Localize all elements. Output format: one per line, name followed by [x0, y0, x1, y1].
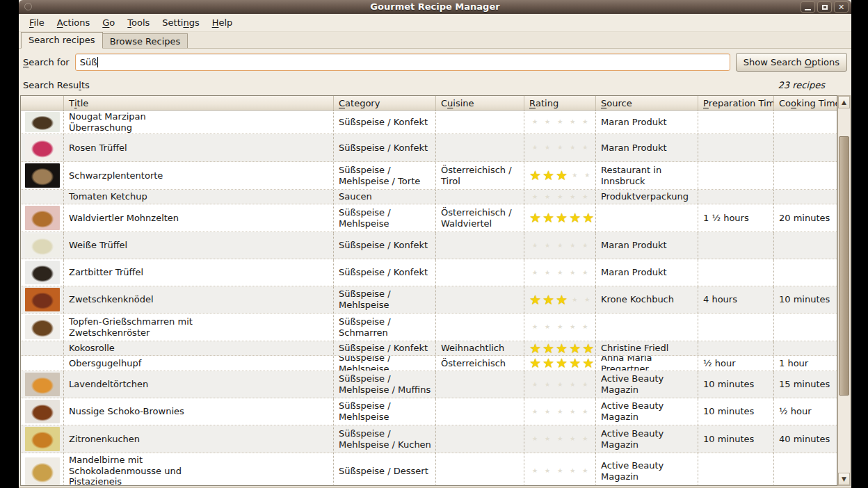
minimize-button[interactable]: [801, 1, 815, 13]
column-header-category[interactable]: Category: [334, 96, 436, 110]
table-row[interactable]: ObersgugelhupfSüßspeise / MehlspeiseÖste…: [21, 356, 837, 371]
title-cell: Kokosrolle: [64, 341, 334, 355]
recipe-thumbnail: [25, 234, 60, 257]
title-text: Nussige Schoko-Brownies: [69, 406, 184, 417]
column-header-source[interactable]: Source: [596, 96, 698, 110]
show-search-options-button[interactable]: Show Search Options: [736, 53, 847, 72]
search-input[interactable]: Süß: [75, 54, 730, 71]
star-filled-icon: ★: [529, 211, 541, 225]
table-row[interactable]: SchwarzplententorteSüßspeise / Mehlspeis…: [21, 162, 837, 190]
title-cell: Tomaten Ketchup: [64, 190, 334, 204]
menu-item-tools[interactable]: Tools: [121, 15, 156, 31]
text-caret: [97, 57, 98, 67]
table-row[interactable]: Topfen-Grießschmarren mit Zwetschkenröst…: [21, 314, 837, 341]
source-text: Christine Friedl: [601, 343, 668, 354]
category-text: Süßspeise / Konfekt: [339, 143, 428, 154]
recipe-thumbnail: [25, 400, 60, 423]
table-row[interactable]: Nougat Marzipan ÜberraschungSüßspeise / …: [21, 111, 837, 134]
star-empty-icon: ★: [572, 172, 577, 179]
cuisine-cell: [436, 286, 524, 313]
category-text: Süßspeise / Mehlspeise: [339, 400, 435, 423]
scroll-up-icon[interactable]: ▲: [838, 96, 850, 108]
thumbnail-cell: [21, 286, 64, 313]
thumbnail-cell: [21, 134, 64, 161]
column-header-cook[interactable]: Cooking Time: [774, 96, 837, 110]
category-cell: Süßspeise / Konfekt: [334, 134, 436, 161]
search-row: Search for Süß Show Search Options: [23, 53, 847, 72]
search-results-label: Search Results: [23, 80, 90, 90]
scroll-down-icon[interactable]: ▼: [838, 473, 850, 485]
star-empty-icon: ★: [584, 172, 590, 179]
menu-item-go[interactable]: Go: [96, 15, 121, 31]
column-header-title[interactable]: Title: [64, 96, 334, 110]
star-empty-icon: ★: [570, 145, 575, 151]
recipe-thumbnail: [25, 373, 60, 396]
table-header-row: TitleCategoryCuisineRatingSourcePreparat…: [21, 96, 837, 111]
column-header-rating[interactable]: Rating: [524, 96, 596, 110]
column-header-thumb[interactable]: [21, 96, 64, 110]
menu-item-settings[interactable]: Settings: [156, 15, 205, 31]
star-filled-icon: ★: [582, 211, 594, 225]
title-text: Waldviertler Mohnzelten: [69, 213, 179, 224]
cuisine-cell: [436, 371, 524, 398]
category-cell: Süßspeise / Mehlspeise: [334, 204, 436, 231]
tab-browse-recipes[interactable]: Browse Recipes: [102, 33, 188, 48]
table-row[interactable]: Nussige Schoko-BrowniesSüßspeise / Mehls…: [21, 398, 837, 425]
category-text: Süßspeise / Mehlspeise / Torte: [339, 165, 420, 187]
table-row[interactable]: Zartbitter TrüffelSüßspeise / Konfekt★★★…: [21, 259, 837, 286]
thumbnail-cell: [21, 314, 64, 341]
vertical-scrollbar[interactable]: ▲ ▼: [837, 95, 851, 486]
cook-text: 1 hour: [779, 358, 808, 369]
recipe-thumbnail: [25, 206, 60, 230]
menu-item-file[interactable]: File: [23, 15, 51, 31]
table-row[interactable]: Rosen TrüffelSüßspeise / Konfekt★★★★★Mar…: [21, 134, 837, 162]
tab-bar: Search recipesBrowse Recipes: [19, 32, 851, 49]
table-row[interactable]: ZwetschkenknödelSüßspeise / Mehlspeise★★…: [21, 286, 837, 314]
table-row[interactable]: KokosrolleSüßspeise / KonfektWeihnachtli…: [21, 341, 837, 356]
star-empty-icon: ★: [570, 468, 575, 474]
window-controls: ✕: [801, 1, 849, 13]
prep-cell: 10 minutes: [698, 425, 774, 453]
table-row[interactable]: Tomaten KetchupSaucen★★★★★Produktverpack…: [21, 190, 837, 204]
recipe-grid: TitleCategoryCuisineRatingSourcePreparat…: [20, 95, 837, 486]
thumbnail-cell: [21, 232, 64, 259]
recipe-thumbnail: [25, 427, 60, 451]
title-text: Tomaten Ketchup: [69, 191, 147, 202]
column-header-prep[interactable]: Preparation Time: [698, 96, 774, 110]
star-empty-icon: ★: [582, 194, 588, 200]
star-empty-icon: ★: [545, 145, 550, 151]
source-cell: Produktverpackung: [596, 190, 698, 204]
star-empty-icon: ★: [582, 324, 588, 330]
results-table: TitleCategoryCuisineRatingSourcePreparat…: [20, 95, 851, 486]
prep-text: 10 minutes: [703, 379, 754, 390]
table-row[interactable]: Weiße TrüffelSüßspeise / Konfekt★★★★★Mar…: [21, 232, 837, 259]
table-row[interactable]: Mandelbirne mit Schokoladenmousse und Pi…: [21, 453, 837, 485]
tab-search-recipes[interactable]: Search recipes: [21, 32, 103, 49]
cuisine-text: Österreichisch / Tirol: [441, 165, 524, 187]
close-button[interactable]: ✕: [834, 1, 849, 13]
star-filled-icon: ★: [569, 357, 581, 370]
table-row[interactable]: Waldviertler MohnzeltenSüßspeise / Mehls…: [21, 204, 837, 232]
maximize-button[interactable]: [817, 1, 832, 13]
thumbnail-cell: [21, 111, 64, 133]
star-empty-icon: ★: [532, 324, 538, 330]
table-row[interactable]: ZitronenkuchenSüßspeise / Mehlspeise / K…: [21, 425, 837, 453]
menu-item-actions[interactable]: Actions: [51, 15, 97, 31]
prep-cell: [698, 134, 774, 161]
menu-item-help[interactable]: Help: [206, 15, 239, 31]
thumbnail-cell: [21, 259, 64, 286]
rating-cell: ★★★★★: [524, 371, 596, 398]
scrollbar-thumb[interactable]: [839, 136, 849, 396]
cuisine-cell: [436, 111, 524, 133]
category-cell: Süßspeise / Konfekt: [334, 259, 436, 286]
table-row[interactable]: LavendeltörtchenSüßspeise / Mehlspeise /…: [21, 371, 837, 398]
title-cell: Lavendeltörtchen: [64, 371, 334, 398]
column-header-cuisine[interactable]: Cuisine: [436, 96, 524, 110]
prep-text: 10 minutes: [703, 434, 754, 445]
star-empty-icon: ★: [532, 468, 538, 474]
category-text: Süßspeise / Mehlspeise: [339, 288, 435, 311]
cuisine-text: Österreichisch: [441, 358, 506, 369]
title-bar[interactable]: Gourmet Recipe Manager ✕: [19, 0, 851, 14]
category-cell: Süßspeise / Mehlspeise / Torte: [334, 162, 436, 189]
star-empty-icon: ★: [570, 382, 575, 388]
